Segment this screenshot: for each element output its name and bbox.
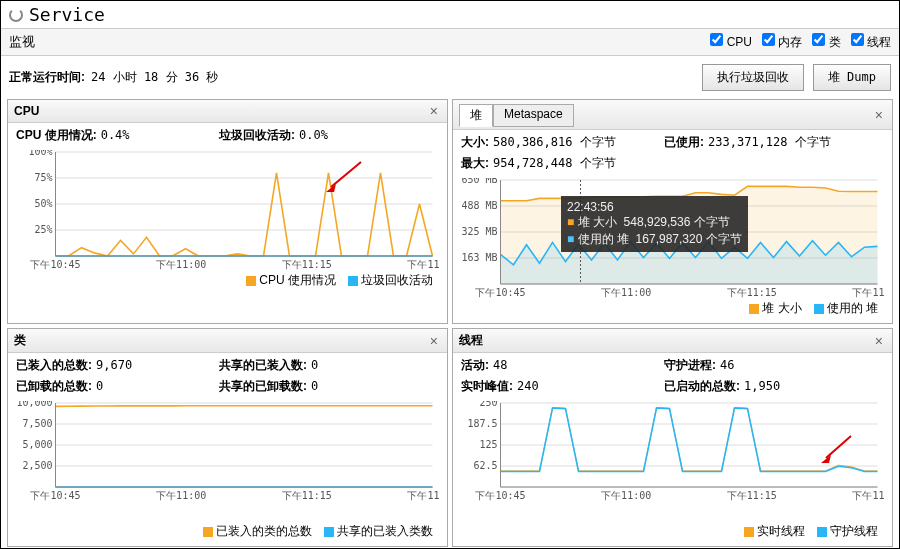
uptime-row: 正常运行时间: 24 小时 18 分 36 秒 执行垃圾回收 堆 Dump — [1, 56, 899, 99]
svg-text:下午11:00: 下午11:00 — [156, 259, 206, 270]
svg-text:100%: 100% — [28, 150, 52, 157]
uptime-value: 24 小时 18 分 36 秒 — [91, 69, 218, 86]
tab-heap[interactable]: 堆 — [459, 104, 493, 127]
check-类[interactable]: 类 — [812, 35, 840, 49]
app-header: Service — [1, 1, 899, 29]
legend-item: 共享的已装入类数 — [324, 523, 433, 540]
chart-classes: 2,5005,0007,50010,000下午10:45下午11:00下午11:… — [16, 401, 439, 521]
svg-text:650 MB: 650 MB — [461, 178, 497, 185]
toolbar: 监视 CPU 内存 类 线程 — [1, 29, 899, 56]
watch-label: 监视 — [9, 33, 700, 51]
svg-text:下午10:45: 下午10:45 — [30, 259, 80, 270]
svg-text:下午11:00: 下午11:00 — [601, 490, 651, 501]
svg-text:163 MB: 163 MB — [461, 252, 497, 263]
uptime-label: 正常运行时间: — [9, 69, 85, 86]
stat: 实时峰值:240 — [461, 378, 664, 395]
check-线程[interactable]: 线程 — [851, 35, 891, 49]
svg-text:62.5: 62.5 — [473, 460, 497, 471]
svg-text:25%: 25% — [34, 224, 52, 235]
metric-checks: CPU 内存 类 线程 — [700, 33, 891, 51]
panel-title-cpu: CPU — [14, 104, 427, 118]
legend-item: 实时线程 — [744, 523, 805, 540]
svg-text:7,500: 7,500 — [22, 418, 52, 429]
svg-text:75%: 75% — [34, 172, 52, 183]
stat: CPU 使用情况:0.4% — [16, 127, 219, 144]
svg-text:下午11:15: 下午11:15 — [282, 490, 332, 501]
svg-text:187.5: 187.5 — [467, 418, 497, 429]
loading-icon — [9, 8, 23, 22]
stat: 已装入的总数:9,670 — [16, 357, 219, 374]
stat: 已卸载的总数:0 — [16, 378, 219, 395]
svg-text:下午10:45: 下午10:45 — [30, 490, 80, 501]
panel-threads: 线程 × 活动:48守护进程:46实时峰值:240已启动的总数:1,950 62… — [452, 328, 893, 547]
stat: 最大:954,728,448 个字节 — [461, 155, 664, 172]
close-icon[interactable]: × — [427, 333, 441, 349]
svg-text:下午11:30: 下午11:30 — [852, 490, 884, 501]
check-内存[interactable]: 内存 — [762, 35, 802, 49]
heap-dump-button[interactable]: 堆 Dump — [813, 64, 891, 91]
close-icon[interactable]: × — [427, 103, 441, 119]
svg-text:下午11:15: 下午11:15 — [727, 490, 777, 501]
legend-item: 已装入的类的总数 — [203, 523, 312, 540]
stat: 共享的已卸载数:0 — [219, 378, 439, 395]
svg-text:下午11:00: 下午11:00 — [601, 287, 651, 298]
heap-tabs: 堆 Metaspace — [459, 103, 574, 126]
stat: 守护进程:46 — [664, 357, 884, 374]
svg-text:下午11:15: 下午11:15 — [727, 287, 777, 298]
svg-text:下午11:30: 下午11:30 — [852, 287, 884, 298]
panel-heap: 堆 Metaspace × 大小:580,386,816 个字节已使用:233,… — [452, 99, 893, 324]
svg-text:50%: 50% — [34, 198, 52, 209]
svg-text:125: 125 — [479, 439, 497, 450]
stat: 已启动的总数:1,950 — [664, 378, 884, 395]
svg-text:250: 250 — [479, 401, 497, 408]
legend-item: 使用的 堆 — [814, 300, 878, 317]
svg-text:下午11:30: 下午11:30 — [407, 259, 439, 270]
svg-text:2,500: 2,500 — [22, 460, 52, 471]
stat: 大小:580,386,816 个字节 — [461, 134, 664, 151]
stat: 共享的已装入数:0 — [219, 357, 439, 374]
stat: 垃圾回收活动:0.0% — [219, 127, 439, 144]
svg-text:下午10:45: 下午10:45 — [475, 287, 525, 298]
svg-text:488 MB: 488 MB — [461, 200, 497, 211]
panel-classes: 类 × 已装入的总数:9,670共享的已装入数:0已卸载的总数:0共享的已卸载数… — [7, 328, 448, 547]
close-icon[interactable]: × — [872, 333, 886, 349]
legend-item: 堆 大小 — [749, 300, 801, 317]
svg-text:下午11:00: 下午11:00 — [156, 490, 206, 501]
app-title: Service — [29, 4, 105, 25]
svg-text:下午11:30: 下午11:30 — [407, 490, 439, 501]
check-CPU[interactable]: CPU — [710, 35, 752, 49]
legend-item: 垃圾回收活动 — [348, 272, 433, 289]
gc-button[interactable]: 执行垃圾回收 — [702, 64, 804, 91]
svg-text:5,000: 5,000 — [22, 439, 52, 450]
panel-title-threads: 线程 — [459, 332, 872, 349]
chart-cpu: 25%50%75%100%下午10:45下午11:00下午11:15下午11:3… — [16, 150, 439, 270]
legend-item: 守护线程 — [817, 523, 878, 540]
svg-text:325 MB: 325 MB — [461, 226, 497, 237]
tab-metaspace[interactable]: Metaspace — [493, 104, 574, 127]
legend-item: CPU 使用情况 — [246, 272, 336, 289]
stat: 已使用:233,371,128 个字节 — [664, 134, 884, 151]
stat: 活动:48 — [461, 357, 664, 374]
chart-threads: 62.5125187.5250下午10:45下午11:00下午11:15下午11… — [461, 401, 884, 521]
panel-cpu: CPU × CPU 使用情况:0.4%垃圾回收活动:0.0% 25%50%75%… — [7, 99, 448, 324]
svg-text:下午10:45: 下午10:45 — [475, 490, 525, 501]
svg-text:下午11:15: 下午11:15 — [282, 259, 332, 270]
close-icon[interactable]: × — [872, 107, 886, 123]
chart-heap: 163 MB325 MB488 MB650 MB下午10:45下午11:00下午… — [461, 178, 884, 298]
panel-title-classes: 类 — [14, 332, 427, 349]
svg-text:10,000: 10,000 — [16, 401, 52, 408]
